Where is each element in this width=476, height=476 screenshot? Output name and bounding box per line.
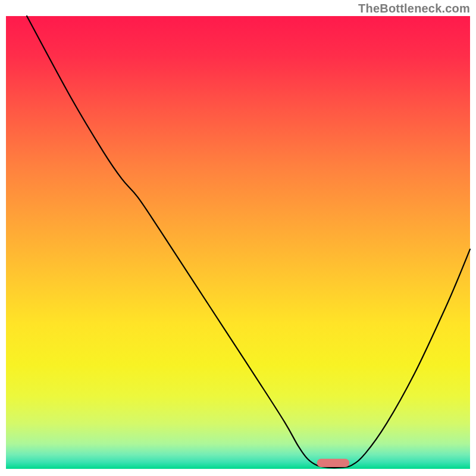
bottleneck-chart	[0, 0, 476, 476]
attribution-watermark: TheBottleneck.com	[358, 2, 470, 15]
optimal-marker	[317, 459, 350, 467]
